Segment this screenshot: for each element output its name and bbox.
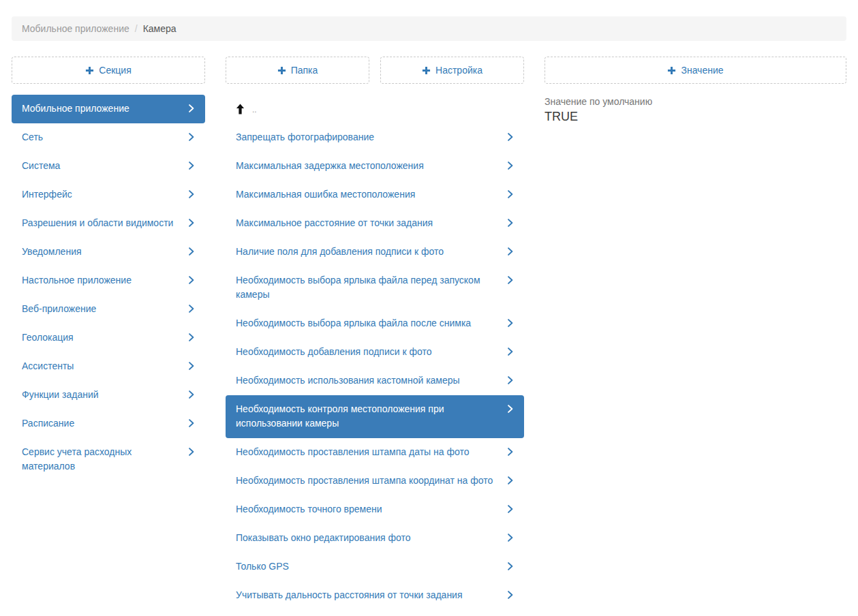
chevron-right-icon [506,561,515,571]
sidebar-item-label: Веб-приложение [22,302,96,316]
setting-item[interactable]: Необходимость выбора ярлыка файла перед … [226,266,524,309]
chevron-right-icon [187,361,196,371]
sections-list: Мобильное приложение Сеть Система Интерф… [12,95,205,481]
chevron-right-icon [187,161,196,170]
plus-icon [277,66,286,75]
chevron-right-icon [187,104,196,113]
setting-item[interactable]: Максимальная ошибка местоположения [226,181,524,209]
chevron-right-icon [187,418,196,428]
sidebar-item[interactable]: Разрешения и области видимости [12,209,205,238]
sidebar-item[interactable]: Сервис учета расходных материалов [12,438,205,481]
setting-item-label: Необходимость выбора ярлыка файла перед … [236,273,499,302]
chevron-right-icon [506,504,515,514]
setting-item-label: Показывать окно редактирования фото [236,531,411,545]
setting-item-label: Максимальная задержка местоположения [236,159,424,173]
chevron-right-icon [187,132,196,142]
chevron-right-icon [187,218,196,228]
setting-item-label: Необходимость добавления подписи к фото [236,345,431,359]
breadcrumb-parent-link[interactable]: Мобильное приложение [22,23,129,34]
breadcrumb-current: Камера [143,23,177,34]
folder-up-label: .. [252,103,257,117]
main-columns: Секция Мобильное приложение Сеть Система [12,57,846,610]
breadcrumb-separator: / [135,23,138,34]
arrow-up-icon [236,104,245,114]
sidebar-item-label: Сеть [22,130,43,144]
settings-page: Мобильное приложение / Камера Секция Моб… [0,0,858,610]
sidebar-item[interactable]: Ассистенты [12,352,205,381]
sidebar-item[interactable]: Функции заданий [12,381,205,410]
sidebar-item[interactable]: Интерфейс [12,181,205,209]
sidebar-item[interactable]: Настольное приложение [12,266,205,295]
plus-icon [422,66,431,75]
setting-item-label: Наличие поля для добавления подписи к фо… [236,245,444,259]
plus-icon [85,66,94,75]
setting-item[interactable]: Необходимость использования кастомной ка… [226,367,524,395]
sidebar-item[interactable]: Уведомления [12,238,205,266]
default-value-text: TRUE [545,108,846,125]
setting-item[interactable]: Необходимость проставления штампа коорди… [226,467,524,495]
setting-item[interactable]: Максимальная задержка местоположения [226,152,524,181]
chevron-right-icon [506,247,515,256]
sidebar-item-label: Геолокация [22,330,74,345]
sidebar-item-label: Система [22,159,60,173]
setting-item[interactable]: Запрещать фотографирование [226,123,524,152]
sidebar-item-label: Разрешения и области видимости [22,216,173,230]
setting-item-label: Запрещать фотографирование [236,130,374,144]
setting-item[interactable]: Наличие поля для добавления подписи к фо… [226,238,524,266]
chevron-right-icon [506,318,515,328]
setting-item-label: Только GPS [236,559,289,574]
chevron-right-icon [506,218,515,228]
setting-item-label: Необходимость проставления штампа коорди… [236,474,493,488]
chevron-right-icon [506,375,515,385]
setting-item-label: Максимальная ошибка местоположения [236,187,415,202]
chevron-right-icon [506,590,515,600]
chevron-right-icon [506,476,515,485]
setting-item[interactable]: Максимальное расстояние от точки задания [226,209,524,238]
setting-item-label: Необходимость проставления штампа даты н… [236,445,469,459]
chevron-right-icon [506,447,515,457]
setting-item[interactable]: Необходимость добавления подписи к фото [226,338,524,367]
setting-item-label: Необходимость контроля местоположения пр… [236,402,499,431]
add-value-button[interactable]: Значение [545,57,846,84]
folder-up-row[interactable]: .. [226,95,524,123]
sidebar-item-label: Расписание [22,416,74,431]
setting-item[interactable]: Необходимость контроля местоположения пр… [226,395,524,438]
setting-item[interactable]: Необходимость выбора ярлыка файла после … [226,309,524,338]
chevron-right-icon [506,132,515,142]
setting-item-label: Максимальное расстояние от точки задания [236,216,433,230]
sidebar-item[interactable]: Сеть [12,123,205,152]
setting-item-label: Необходимость использования кастомной ка… [236,373,460,388]
setting-item[interactable]: Необходимость точного времени [226,495,524,524]
sidebar-item-label: Ассистенты [22,359,74,373]
sidebar-item[interactable]: Система [12,152,205,181]
chevron-right-icon [506,161,515,170]
sidebar-item[interactable]: Расписание [12,410,205,438]
chevron-right-icon [506,189,515,199]
setting-item-label: Необходимость выбора ярлыка файла после … [236,316,471,330]
sidebar-item[interactable]: Геолокация [12,324,205,352]
add-setting-button[interactable]: Настройка [380,57,524,84]
setting-item-label: Учитывать дальность расстояния от точки … [236,588,463,602]
values-column: Значение Значение по умолчанию TRUE [545,57,846,125]
chevron-right-icon [506,533,515,542]
chevron-right-icon [187,189,196,199]
add-folder-label: Папка [291,65,318,76]
chevron-right-icon [187,390,196,399]
add-section-button[interactable]: Секция [12,57,205,84]
setting-item[interactable]: Показывать окно редактирования фото [226,524,524,553]
chevron-right-icon [187,304,196,313]
chevron-right-icon [187,447,196,457]
sidebar-item[interactable]: Мобильное приложение [12,95,205,123]
chevron-right-icon [506,404,515,414]
plus-icon [667,66,676,75]
setting-item[interactable]: Учитывать дальность расстояния от точки … [226,581,524,610]
sidebar-item[interactable]: Веб-приложение [12,295,205,324]
add-folder-button[interactable]: Папка [226,57,369,84]
chevron-right-icon [187,333,196,342]
sidebar-item-label: Мобильное приложение [22,102,129,116]
sidebar-item-label: Сервис учета расходных материалов [22,445,180,474]
add-section-label: Секция [99,65,131,76]
settings-column: Папка Настройка .. Запрещать ф [226,57,524,610]
setting-item[interactable]: Необходимость проставления штампа даты н… [226,438,524,467]
setting-item[interactable]: Только GPS [226,553,524,581]
